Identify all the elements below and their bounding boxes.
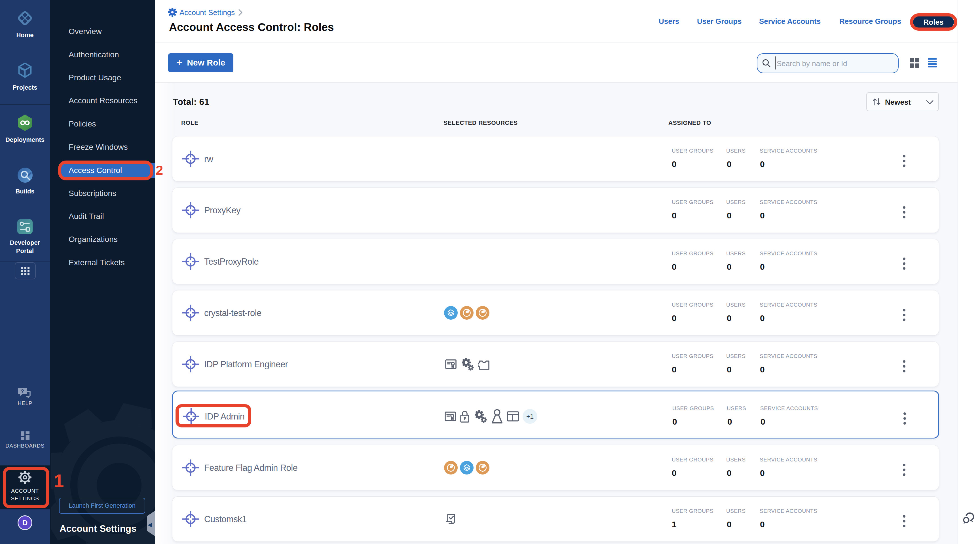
- svg-text:?: ?: [21, 388, 24, 394]
